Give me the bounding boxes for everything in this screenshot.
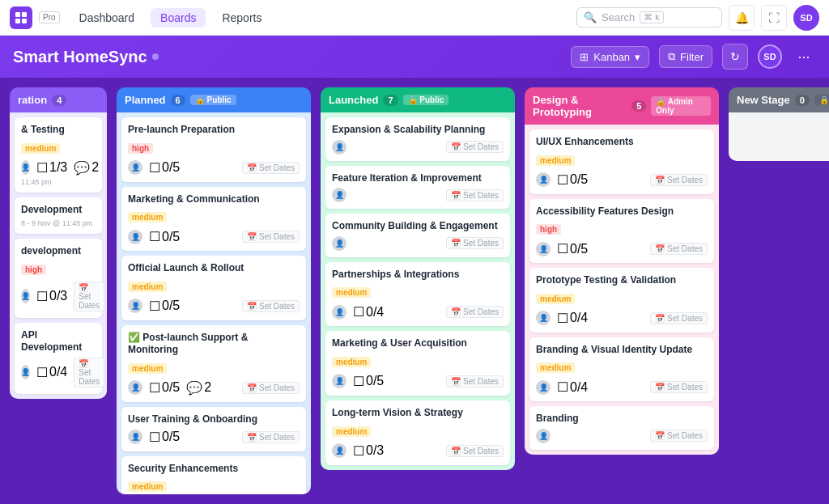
- checklist-value: 0/5: [162, 160, 180, 175]
- checklist-meta: ☐ 0/4: [557, 311, 588, 326]
- card[interactable]: Accessibility Features Design high 👤 ☐ 0…: [529, 199, 714, 264]
- nav-boards[interactable]: Boards: [151, 8, 206, 28]
- checklist-icon: ☐: [353, 304, 364, 320]
- user-avatar[interactable]: SD: [793, 5, 819, 31]
- column-new-stage-count: 0: [795, 95, 810, 106]
- set-dates-button[interactable]: 📅 Set Dates: [74, 358, 104, 388]
- card-title: Marketing & Communication: [128, 193, 300, 206]
- card-footer: 8 - 9 Nov @ 11:45 pm: [21, 219, 96, 227]
- set-dates-button[interactable]: 📅 Set Dates: [242, 231, 300, 243]
- card[interactable]: & Testing medium 👤 ☐ 1/3 💬 2 11:45 pm: [15, 117, 102, 193]
- set-dates-button[interactable]: 📅 Set Dates: [242, 162, 300, 174]
- set-dates-button[interactable]: 📅 Set Dates: [446, 237, 504, 249]
- priority-badge: high: [536, 224, 561, 235]
- set-dates-button[interactable]: 📅 Set Dates: [446, 306, 504, 318]
- fullscreen-button[interactable]: ⛶: [761, 5, 787, 31]
- priority-badge: medium: [128, 282, 167, 292]
- checklist-meta: ☐ 0/5: [149, 229, 180, 244]
- avatar: 👤: [536, 380, 551, 395]
- set-dates-button[interactable]: 📅 Set Dates: [446, 375, 504, 388]
- avatar: 👤: [536, 242, 551, 256]
- avatar: 👤: [332, 236, 346, 251]
- card-title: & Testing: [21, 124, 96, 137]
- comment-icon: 💬: [186, 380, 202, 396]
- priority-badge: medium: [128, 363, 167, 374]
- card[interactable]: Branding 👤 📅 Set Dates: [529, 406, 714, 450]
- card[interactable]: User Training & Onboarding 👤 ☐ 0/5 📅 Set…: [121, 407, 306, 451]
- card[interactable]: Pre-launch Preparation high 👤 ☐ 0/5 📅 Se…: [121, 117, 306, 182]
- nav-dashboard[interactable]: Dashboard: [70, 8, 145, 28]
- svg-rect-2: [15, 19, 20, 23]
- notification-button[interactable]: 🔔: [729, 5, 755, 31]
- card[interactable]: Feature Iteration & Improvement 👤 📅 Set …: [325, 166, 510, 210]
- card-title: UI/UX Enhancements: [536, 136, 708, 149]
- checklist-icon: ☐: [36, 289, 48, 304]
- column-planned-body: Pre-launch Preparation high 👤 ☐ 0/5 📅 Se…: [117, 112, 311, 494]
- nav-reports[interactable]: Reports: [212, 8, 271, 28]
- search-bar[interactable]: 🔍 Search ⌘ k: [576, 7, 722, 28]
- column-launched-title: Launched: [329, 94, 378, 106]
- card[interactable]: Branding & Visual Identity Update medium…: [529, 337, 714, 402]
- card-footer: 👤 ☐ 0/5 📅 Set Dates: [536, 172, 708, 188]
- card[interactable]: UI/UX Enhancements medium 👤 ☐ 0/5 📅 Set …: [529, 129, 714, 194]
- logo-icon[interactable]: [10, 6, 32, 29]
- set-dates-button[interactable]: 📅 Set Dates: [650, 243, 708, 255]
- column-design-header: Design & Prototyping 5 🔒 Admin Only: [525, 87, 719, 125]
- card-title: Partnerships & Integrations: [332, 269, 504, 282]
- card[interactable]: Marketing & Communication medium 👤 ☐ 0/5…: [121, 187, 306, 252]
- set-dates-button[interactable]: 📅 Set Dates: [74, 282, 104, 311]
- card-footer: 👤 📅 Set Dates: [536, 429, 708, 443]
- column-iteration: ration 4 & Testing medium 👤 ☐ 1/3 💬 2: [10, 87, 107, 399]
- kanban-button[interactable]: ⊞ Kanban ▾: [571, 46, 649, 68]
- card-title: Security Enhancements: [128, 463, 300, 476]
- set-dates-button[interactable]: 📅 Set Dates: [650, 312, 708, 324]
- column-iteration-count: 4: [52, 95, 66, 106]
- set-dates-button[interactable]: 📅 Set Dates: [650, 381, 708, 393]
- card[interactable]: development high 👤 ☐ 0/3 📅 Set Dates: [15, 239, 102, 318]
- card[interactable]: Long-term Vision & Strategy medium 👤 ☐ 0…: [325, 400, 510, 465]
- svg-rect-3: [22, 19, 27, 23]
- card-title: Pre-launch Preparation: [128, 124, 300, 137]
- card-title: Official Launch & Rollout: [128, 262, 300, 275]
- card[interactable]: API Development 👤 ☐ 0/4 📅 Set Dates: [15, 323, 102, 394]
- priority-badge: medium: [128, 481, 167, 492]
- card-footer: 👤 ☐ 0/4 📅 Set Dates: [332, 304, 504, 320]
- checklist-meta: ☐ 0/5: [149, 380, 180, 396]
- refresh-button[interactable]: ↻: [722, 44, 748, 70]
- column-launched-count: 7: [383, 95, 397, 106]
- avatar: 👤: [21, 160, 30, 175]
- more-options-button[interactable]: ···: [792, 44, 816, 69]
- card[interactable]: Marketing & User Acquisition medium 👤 ☐ …: [325, 331, 510, 396]
- set-dates-button[interactable]: 📅 Set Dates: [650, 430, 708, 442]
- avatar: 👤: [128, 430, 142, 444]
- set-dates-button[interactable]: 📅 Set Dates: [242, 382, 300, 394]
- card[interactable]: Expansion & Scalability Planning 👤 📅 Set…: [325, 117, 510, 161]
- card[interactable]: Security Enhancements medium 👤 ☐ 0/5 📅 S…: [121, 456, 306, 494]
- card[interactable]: ✅ Post-launch Support & Monitoring mediu…: [121, 325, 306, 402]
- avatar: 👤: [332, 443, 346, 458]
- card[interactable]: Official Launch & Rollout medium 👤 ☐ 0/5…: [121, 256, 306, 320]
- checklist-icon: ☐: [557, 379, 568, 395]
- set-dates-button[interactable]: 📅 Set Dates: [446, 141, 504, 153]
- checklist-icon: ☐: [149, 160, 160, 176]
- card-footer: 👤 ☐ 0/4 📅 Set Dates: [536, 379, 708, 395]
- priority-badge: medium: [332, 357, 371, 367]
- card[interactable]: Partnerships & Integrations medium 👤 ☐ 0…: [325, 262, 510, 327]
- card[interactable]: Development 8 - 9 Nov @ 11:45 pm: [15, 197, 102, 235]
- card-title: ✅ Post-launch Support & Monitoring: [128, 332, 300, 357]
- set-dates-button[interactable]: 📅 Set Dates: [242, 431, 300, 443]
- set-dates-button[interactable]: 📅 Set Dates: [446, 445, 504, 457]
- card[interactable]: Prototype Testing & Validation medium 👤 …: [529, 268, 714, 332]
- card-date: 8 - 9 Nov @ 11:45 pm: [21, 219, 92, 227]
- card[interactable]: Community Building & Engagement 👤 📅 Set …: [325, 214, 510, 257]
- header-avatar[interactable]: SD: [758, 44, 782, 69]
- avatar: 👤: [21, 365, 30, 379]
- filter-button[interactable]: ⧉ Filter: [659, 45, 712, 68]
- checklist-value: 1/3: [49, 160, 67, 175]
- set-dates-button[interactable]: 📅 Set Dates: [242, 300, 300, 312]
- set-dates-button[interactable]: 📅 Set Dates: [446, 189, 504, 201]
- checklist-icon: ☐: [36, 365, 48, 380]
- avatar: 👤: [332, 188, 346, 202]
- top-nav: Pro Dashboard Boards Reports 🔍 Search ⌘ …: [0, 0, 829, 36]
- set-dates-button[interactable]: 📅 Set Dates: [650, 174, 708, 186]
